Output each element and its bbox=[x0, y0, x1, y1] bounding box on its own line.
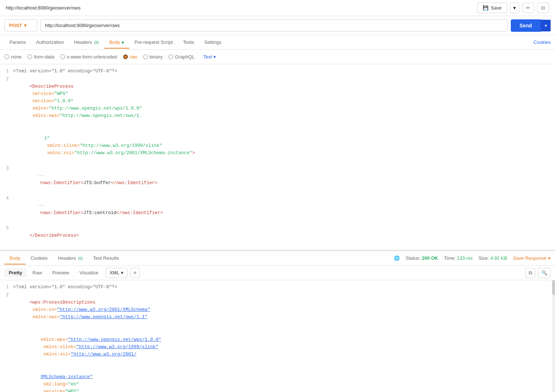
response-meta: 🌐 Status: 200 OK Time: 133 ms Size: 4.92… bbox=[394, 255, 551, 261]
resp-tab-headers[interactable]: Headers (6) bbox=[53, 252, 88, 264]
save-response-label: Save Response bbox=[513, 255, 547, 261]
tab-params-label: Params bbox=[9, 39, 26, 45]
req-line-3: 3 ··· <ows:Identifier>JTS:buffer</ows:Id… bbox=[0, 164, 555, 194]
title-bar: http://localhost:8080/geoserver/ows 💾 Sa… bbox=[0, 0, 555, 16]
resp-line-2c: XMLSchema-instance" xml:lang="en" servic… bbox=[0, 366, 555, 392]
format-select-chevron: ▾ bbox=[121, 270, 123, 275]
save-response-chevron: ▾ bbox=[548, 255, 551, 261]
method-dropdown-icon: ▾ bbox=[24, 23, 27, 28]
resp-tab-headers-label: Headers (6) bbox=[58, 255, 83, 261]
body-type-none[interactable]: none bbox=[4, 54, 22, 60]
search-response-button[interactable]: 🔍 bbox=[538, 268, 551, 278]
save-button[interactable]: 💾 Save bbox=[477, 3, 507, 13]
body-type-raw[interactable]: raw bbox=[123, 54, 137, 60]
url-bar: POST ▾ Send ▾ bbox=[0, 16, 555, 35]
body-type-graphql[interactable]: GraphQL bbox=[168, 54, 194, 60]
request-tabs: Params Authorization Headers (8) Body ● … bbox=[0, 35, 555, 50]
method-select[interactable]: POST ▾ bbox=[4, 19, 37, 31]
title-bar-actions: 💾 Save ▾ ✏ ⊟ bbox=[477, 3, 549, 13]
req-line-4: 4 ··· <ows:Identifier>JTS:centroid</ows:… bbox=[0, 194, 555, 224]
save-response-button[interactable]: Save Response ▾ bbox=[513, 255, 551, 261]
fmt-tab-pretty[interactable]: Pretty bbox=[4, 268, 27, 277]
send-button-group: Send ▾ bbox=[511, 19, 551, 32]
url-input[interactable] bbox=[40, 19, 508, 31]
text-format-label: Text bbox=[203, 54, 212, 60]
resp-scrollbar[interactable] bbox=[552, 280, 555, 392]
request-editor[interactable]: 1 <?xml version="1.0" encoding="UTF-8"?>… bbox=[0, 64, 555, 251]
tab-prerequest[interactable]: Pre-request Script bbox=[129, 36, 178, 49]
tab-settings[interactable]: Settings bbox=[199, 36, 227, 49]
save-label: Save bbox=[491, 5, 502, 11]
size-value: Size: 4.92 KB bbox=[478, 255, 507, 261]
tab-headers[interactable]: Headers (8) bbox=[69, 36, 104, 49]
resp-tab-cookies[interactable]: Cookies bbox=[26, 252, 53, 264]
response-tabs: Body Cookies Headers (6) Test Results 🌐 … bbox=[0, 251, 555, 266]
tab-body[interactable]: Body ● bbox=[104, 36, 129, 49]
req-line-1: 1 <?xml version="1.0" encoding="UTF-8"?> bbox=[0, 67, 555, 75]
copy-response-button[interactable]: ⧉ bbox=[525, 268, 535, 278]
tab-prerequest-label: Pre-request Script bbox=[134, 39, 173, 45]
response-editor[interactable]: 1 <?xml version="1.0" encoding="UTF-8"?>… bbox=[0, 280, 555, 392]
format-select-label: XML bbox=[110, 270, 119, 275]
tab-tests-label: Tests bbox=[183, 39, 194, 45]
fmt-tab-visualize[interactable]: Visualize bbox=[75, 268, 103, 277]
fmt-tab-raw[interactable]: Raw bbox=[28, 268, 46, 277]
format-select[interactable]: XML ▾ bbox=[106, 268, 128, 278]
cookies-link[interactable]: Cookies bbox=[533, 39, 551, 45]
body-type-urlencoded[interactable]: x-www-form-urlencoded bbox=[60, 54, 117, 60]
send-button[interactable]: Send bbox=[511, 19, 541, 32]
resp-tab-cookies-label: Cookies bbox=[31, 255, 48, 261]
save-dropdown-button[interactable]: ▾ bbox=[510, 3, 519, 13]
req-line-5: 5 </DescribeProcess> bbox=[0, 224, 555, 247]
text-format-chevron: ▾ bbox=[213, 54, 216, 60]
send-dropdown-button[interactable]: ▾ bbox=[541, 20, 551, 31]
save-icon: 💾 bbox=[483, 5, 489, 11]
resp-line-1: 1 <?xml version="1.0" encoding="UTF-8"?> bbox=[0, 283, 555, 291]
tab-settings-label: Settings bbox=[204, 39, 221, 45]
document-icon-button[interactable]: ⊟ bbox=[537, 3, 549, 13]
body-type-formdata[interactable]: form-data bbox=[27, 54, 54, 60]
resp-tab-testresults[interactable]: Test Results bbox=[88, 252, 124, 264]
tab-authorization[interactable]: Authorization bbox=[31, 36, 69, 49]
resp-tab-body[interactable]: Body bbox=[4, 252, 26, 264]
pencil-icon-button[interactable]: ✏ bbox=[522, 3, 534, 13]
tab-body-label: Body ● bbox=[109, 39, 124, 45]
resp-line-2: 2 <wps:ProcessDescriptions xmlns:xs="htt… bbox=[0, 291, 555, 328]
time-value: Time: 133 ms bbox=[444, 255, 472, 261]
tab-headers-label: Headers (8) bbox=[74, 39, 99, 45]
response-editor-actions: ⧉ 🔍 bbox=[524, 268, 551, 278]
response-format-bar: Pretty Raw Preview Visualize XML ▾ ≡ ⧉ 🔍 bbox=[0, 266, 555, 280]
tab-params[interactable]: Params bbox=[4, 36, 31, 49]
req-line-2b: 1" xmlns:xlink="http://www.w3.org/1999/x… bbox=[0, 127, 555, 164]
text-format-dropdown[interactable]: Text ▾ bbox=[203, 54, 216, 60]
resp-scrollbar-thumb[interactable] bbox=[552, 280, 555, 295]
method-label: POST bbox=[9, 23, 22, 28]
fmt-tab-preview[interactable]: Preview bbox=[48, 268, 73, 277]
tab-tests[interactable]: Tests bbox=[178, 36, 199, 49]
resp-line-2b: xmlns:wps="http://www.opengis.net/wps/1.… bbox=[0, 328, 555, 366]
body-type-binary[interactable]: binary bbox=[143, 54, 163, 60]
window-title: http://localhost:8080/geoserver/ows bbox=[6, 5, 81, 11]
resp-tab-testresults-label: Test Results bbox=[93, 255, 119, 261]
req-line-2: 2 <DescribeProcess service="WPS" version… bbox=[0, 75, 555, 127]
globe-icon: 🌐 bbox=[394, 255, 400, 261]
status-badge: Status: 200 OK bbox=[406, 255, 438, 261]
resp-tab-body-label: Body bbox=[9, 255, 20, 261]
body-type-selector: none form-data x-www-form-urlencoded raw… bbox=[0, 50, 555, 64]
tab-authorization-label: Authorization bbox=[36, 39, 64, 45]
wrap-lines-button[interactable]: ≡ bbox=[130, 268, 140, 278]
